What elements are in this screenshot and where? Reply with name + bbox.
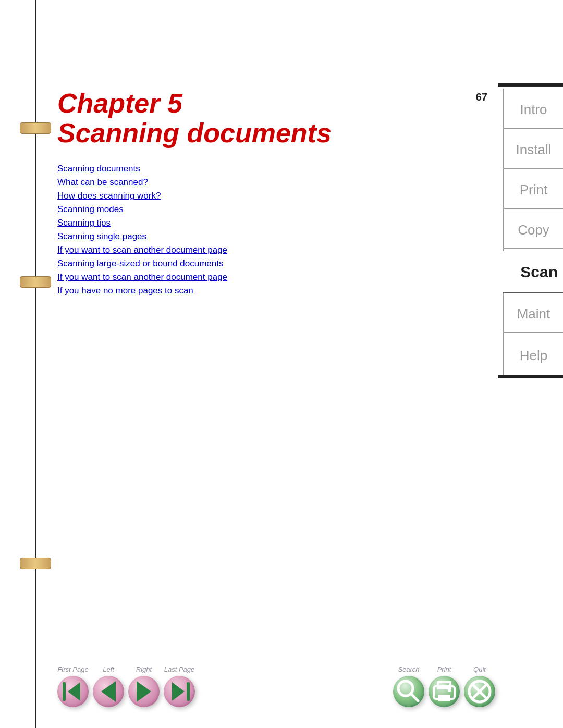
sidebar-tab-print-label: Print xyxy=(520,182,547,198)
first-page-button[interactable] xyxy=(57,676,89,707)
sidebar-tab-install-label: Install xyxy=(516,142,552,157)
chapter-title: Chapter 5 Scanning documents xyxy=(57,89,433,148)
svg-line-7 xyxy=(411,694,418,701)
sidebar-tab-help-label: Help xyxy=(520,348,547,363)
left-button[interactable] xyxy=(93,676,124,707)
nav-item-search: Search xyxy=(393,665,424,707)
nav-label-print: Print xyxy=(437,665,451,673)
nav-label-quit: Quit xyxy=(473,665,486,673)
search-button[interactable] xyxy=(393,676,424,707)
nav-item-last-page: Last Page xyxy=(164,665,195,707)
sidebar-tab-maint[interactable]: Maint xyxy=(503,293,563,335)
svg-rect-4 xyxy=(187,682,190,701)
chapter-line2: Scanning documents xyxy=(57,118,433,148)
toc-link-3[interactable]: Scanning modes xyxy=(57,204,433,215)
nav-label-right: Right xyxy=(136,665,152,673)
svg-marker-5 xyxy=(172,682,185,701)
svg-rect-10 xyxy=(438,695,450,701)
sidebar-tab-print[interactable]: Print xyxy=(503,169,563,211)
last-page-icon xyxy=(164,676,195,707)
sidebar-tab-scan-active[interactable]: Scan xyxy=(520,263,558,281)
sidebar-tab-intro[interactable]: Intro xyxy=(503,89,563,131)
bottom-navigation: First Page Left Right Last Page xyxy=(57,665,495,707)
main-content: Chapter 5 Scanning documents Scanning do… xyxy=(57,89,433,296)
sidebar-tab-maint-label: Maint xyxy=(517,306,550,322)
first-page-icon xyxy=(57,676,89,707)
sidebar-bottom-bar xyxy=(498,375,563,378)
binding-tab-bottom xyxy=(20,558,51,569)
right-button[interactable] xyxy=(128,676,160,707)
binding-tab-mid xyxy=(20,276,51,288)
last-page-button[interactable] xyxy=(164,676,195,707)
nav-label-left: Left xyxy=(103,665,114,673)
quit-icon xyxy=(464,676,495,707)
page-number: 67 xyxy=(476,91,487,103)
quit-button[interactable] xyxy=(464,676,495,707)
sidebar-tab-scan-label: Scan xyxy=(520,263,558,280)
sidebar-tab-copy[interactable]: Copy xyxy=(503,209,563,251)
toc-link-8[interactable]: If you want to scan another document pag… xyxy=(57,272,433,282)
toc-link-2[interactable]: How does scanning work? xyxy=(57,191,433,201)
svg-point-11 xyxy=(448,689,451,692)
nav-label-last-page: Last Page xyxy=(164,665,195,673)
toc-link-7[interactable]: Scanning large-sized or bound documents xyxy=(57,258,433,269)
nav-item-left: Left xyxy=(93,665,124,707)
svg-marker-3 xyxy=(137,681,151,702)
nav-item-print: Print xyxy=(429,665,460,707)
left-icon xyxy=(93,676,124,707)
nav-item-right: Right xyxy=(128,665,160,707)
toc-link-5[interactable]: Scanning single pages xyxy=(57,231,433,242)
nav-label-search: Search xyxy=(398,665,419,673)
sidebar-tab-intro-label: Intro xyxy=(520,102,547,117)
toc-link-9[interactable]: If you have no more pages to scan xyxy=(57,286,433,296)
table-of-contents: Scanning documents What can be scanned? … xyxy=(57,164,433,296)
nav-item-quit: Quit xyxy=(464,665,495,707)
sidebar-tab-help[interactable]: Help xyxy=(503,333,563,378)
sidebar-tab-copy-label: Copy xyxy=(518,222,549,238)
nav-label-first-page: First Page xyxy=(57,665,88,673)
svg-marker-2 xyxy=(101,681,116,702)
sidebar-divider-4 xyxy=(503,248,563,249)
right-icon xyxy=(128,676,160,707)
toc-link-0[interactable]: Scanning documents xyxy=(57,164,433,174)
binding-line xyxy=(35,0,36,728)
toc-link-1[interactable]: What can be scanned? xyxy=(57,177,433,188)
right-sidebar: Intro Install Print Copy Scan Maint Help xyxy=(498,83,563,728)
chapter-line1: Chapter 5 xyxy=(57,89,433,118)
print-icon xyxy=(429,676,460,707)
svg-rect-0 xyxy=(63,682,66,701)
svg-marker-1 xyxy=(68,682,80,701)
toc-link-6[interactable]: If you want to scan another document pag… xyxy=(57,245,433,255)
binding-tab-top xyxy=(20,122,51,134)
nav-item-first-page: First Page xyxy=(57,665,89,707)
toc-link-4[interactable]: Scanning tips xyxy=(57,218,433,228)
print-button[interactable] xyxy=(429,676,460,707)
search-icon xyxy=(393,676,424,707)
sidebar-top-bar xyxy=(498,83,563,87)
sidebar-tab-install[interactable]: Install xyxy=(503,129,563,171)
